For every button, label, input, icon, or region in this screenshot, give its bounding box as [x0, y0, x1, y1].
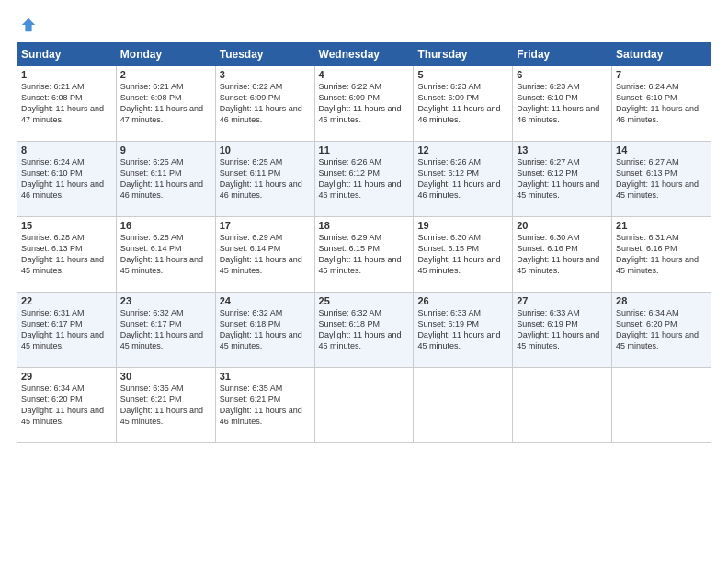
table-row: 17Sunrise: 6:29 AM Sunset: 6:14 PM Dayli…: [215, 217, 314, 293]
day-number: 12: [417, 144, 508, 155]
day-number: 9: [120, 144, 211, 155]
day-number: 25: [319, 295, 410, 306]
table-row: 27Sunrise: 6:33 AM Sunset: 6:19 PM Dayli…: [513, 293, 612, 368]
day-number: 5: [417, 69, 508, 80]
day-info: Sunrise: 6:30 AM Sunset: 6:16 PM Dayligh…: [517, 233, 599, 275]
day-info: Sunrise: 6:29 AM Sunset: 6:15 PM Dayligh…: [319, 233, 402, 275]
day-info: Sunrise: 6:32 AM Sunset: 6:17 PM Dayligh…: [120, 308, 203, 350]
day-info: Sunrise: 6:21 AM Sunset: 6:08 PM Dayligh…: [120, 82, 203, 124]
day-number: 20: [517, 220, 608, 231]
day-info: Sunrise: 6:34 AM Sunset: 6:20 PM Dayligh…: [616, 308, 699, 350]
day-info: Sunrise: 6:25 AM Sunset: 6:11 PM Dayligh…: [220, 157, 302, 200]
col-saturday: Saturday: [612, 43, 711, 66]
table-row: 30Sunrise: 6:35 AM Sunset: 6:21 PM Dayli…: [116, 368, 215, 443]
table-row: 8Sunrise: 6:24 AM Sunset: 6:10 PM Daylig…: [17, 142, 117, 217]
day-number: 10: [220, 144, 311, 155]
svg-marker-0: [22, 18, 35, 31]
day-number: 27: [517, 295, 608, 306]
col-monday: Monday: [116, 43, 215, 66]
day-info: Sunrise: 6:33 AM Sunset: 6:19 PM Dayligh…: [517, 308, 599, 350]
day-info: Sunrise: 6:30 AM Sunset: 6:15 PM Dayligh…: [417, 233, 500, 275]
table-row: 29Sunrise: 6:34 AM Sunset: 6:20 PM Dayli…: [17, 368, 117, 443]
day-number: 22: [21, 295, 112, 306]
table-row: 31Sunrise: 6:35 AM Sunset: 6:21 PM Dayli…: [215, 368, 314, 443]
day-info: Sunrise: 6:23 AM Sunset: 6:10 PM Dayligh…: [517, 82, 599, 124]
day-info: Sunrise: 6:27 AM Sunset: 6:12 PM Dayligh…: [517, 157, 599, 200]
logo: [17, 17, 37, 33]
table-row: 15Sunrise: 6:28 AM Sunset: 6:13 PM Dayli…: [17, 217, 117, 293]
table-row: 13Sunrise: 6:27 AM Sunset: 6:12 PM Dayli…: [513, 142, 612, 217]
day-number: 31: [220, 371, 311, 382]
day-info: Sunrise: 6:32 AM Sunset: 6:18 PM Dayligh…: [319, 308, 402, 350]
day-info: Sunrise: 6:22 AM Sunset: 6:09 PM Dayligh…: [319, 82, 402, 124]
day-info: Sunrise: 6:26 AM Sunset: 6:12 PM Dayligh…: [319, 157, 402, 200]
day-number: 8: [21, 144, 112, 155]
table-row: 3Sunrise: 6:22 AM Sunset: 6:09 PM Daylig…: [215, 66, 314, 142]
calendar-week-row: 15Sunrise: 6:28 AM Sunset: 6:13 PM Dayli…: [17, 217, 711, 293]
day-number: 15: [21, 220, 112, 231]
col-sunday: Sunday: [17, 43, 117, 66]
day-info: Sunrise: 6:26 AM Sunset: 6:12 PM Dayligh…: [417, 157, 500, 200]
calendar-week-row: 29Sunrise: 6:34 AM Sunset: 6:20 PM Dayli…: [17, 368, 711, 443]
table-row: 23Sunrise: 6:32 AM Sunset: 6:17 PM Dayli…: [116, 293, 215, 368]
day-number: 29: [21, 371, 112, 382]
page: Sunday Monday Tuesday Wednesday Thursday…: [0, 0, 728, 563]
table-row: 7Sunrise: 6:24 AM Sunset: 6:10 PM Daylig…: [612, 66, 711, 142]
calendar-week-row: 8Sunrise: 6:24 AM Sunset: 6:10 PM Daylig…: [17, 142, 711, 217]
header: [17, 17, 711, 33]
day-info: Sunrise: 6:31 AM Sunset: 6:16 PM Dayligh…: [616, 233, 699, 275]
table-row: [513, 368, 612, 443]
day-info: Sunrise: 6:29 AM Sunset: 6:14 PM Dayligh…: [220, 233, 302, 275]
col-wednesday: Wednesday: [314, 43, 414, 66]
day-number: 4: [319, 69, 410, 80]
day-number: 3: [220, 69, 311, 80]
day-info: Sunrise: 6:28 AM Sunset: 6:14 PM Dayligh…: [120, 233, 203, 275]
day-info: Sunrise: 6:24 AM Sunset: 6:10 PM Dayligh…: [616, 82, 699, 124]
day-number: 13: [517, 144, 608, 155]
day-number: 28: [616, 295, 707, 306]
day-info: Sunrise: 6:28 AM Sunset: 6:13 PM Dayligh…: [21, 233, 104, 275]
table-row: [414, 368, 513, 443]
day-info: Sunrise: 6:33 AM Sunset: 6:19 PM Dayligh…: [417, 308, 500, 350]
table-row: 11Sunrise: 6:26 AM Sunset: 6:12 PM Dayli…: [314, 142, 414, 217]
table-row: 9Sunrise: 6:25 AM Sunset: 6:11 PM Daylig…: [116, 142, 215, 217]
table-row: 14Sunrise: 6:27 AM Sunset: 6:13 PM Dayli…: [612, 142, 711, 217]
day-number: 11: [319, 144, 410, 155]
table-row: [612, 368, 711, 443]
table-row: 21Sunrise: 6:31 AM Sunset: 6:16 PM Dayli…: [612, 217, 711, 293]
day-number: 26: [417, 295, 508, 306]
day-info: Sunrise: 6:24 AM Sunset: 6:10 PM Dayligh…: [21, 157, 104, 200]
logo-icon: [20, 17, 37, 33]
day-info: Sunrise: 6:23 AM Sunset: 6:09 PM Dayligh…: [417, 82, 500, 124]
day-number: 24: [220, 295, 311, 306]
col-friday: Friday: [513, 43, 612, 66]
day-info: Sunrise: 6:25 AM Sunset: 6:11 PM Dayligh…: [120, 157, 203, 200]
table-row: 12Sunrise: 6:26 AM Sunset: 6:12 PM Dayli…: [414, 142, 513, 217]
table-row: 19Sunrise: 6:30 AM Sunset: 6:15 PM Dayli…: [414, 217, 513, 293]
day-number: 19: [417, 220, 508, 231]
table-row: 20Sunrise: 6:30 AM Sunset: 6:16 PM Dayli…: [513, 217, 612, 293]
col-tuesday: Tuesday: [215, 43, 314, 66]
day-number: 2: [120, 69, 211, 80]
day-number: 17: [220, 220, 311, 231]
day-number: 21: [616, 220, 707, 231]
table-row: 28Sunrise: 6:34 AM Sunset: 6:20 PM Dayli…: [612, 293, 711, 368]
calendar-table: Sunday Monday Tuesday Wednesday Thursday…: [17, 42, 711, 443]
day-number: 1: [21, 69, 112, 80]
table-row: 1Sunrise: 6:21 AM Sunset: 6:08 PM Daylig…: [17, 66, 117, 142]
table-row: 16Sunrise: 6:28 AM Sunset: 6:14 PM Dayli…: [116, 217, 215, 293]
day-number: 18: [319, 220, 410, 231]
table-row: 24Sunrise: 6:32 AM Sunset: 6:18 PM Dayli…: [215, 293, 314, 368]
day-info: Sunrise: 6:27 AM Sunset: 6:13 PM Dayligh…: [616, 157, 699, 200]
day-number: 14: [616, 144, 707, 155]
calendar-header-row: Sunday Monday Tuesday Wednesday Thursday…: [17, 43, 711, 66]
table-row: 18Sunrise: 6:29 AM Sunset: 6:15 PM Dayli…: [314, 217, 414, 293]
table-row: [314, 368, 414, 443]
table-row: 26Sunrise: 6:33 AM Sunset: 6:19 PM Dayli…: [414, 293, 513, 368]
col-thursday: Thursday: [414, 43, 513, 66]
calendar-week-row: 1Sunrise: 6:21 AM Sunset: 6:08 PM Daylig…: [17, 66, 711, 142]
day-info: Sunrise: 6:34 AM Sunset: 6:20 PM Dayligh…: [21, 384, 104, 426]
table-row: 2Sunrise: 6:21 AM Sunset: 6:08 PM Daylig…: [116, 66, 215, 142]
table-row: 4Sunrise: 6:22 AM Sunset: 6:09 PM Daylig…: [314, 66, 414, 142]
table-row: 5Sunrise: 6:23 AM Sunset: 6:09 PM Daylig…: [414, 66, 513, 142]
